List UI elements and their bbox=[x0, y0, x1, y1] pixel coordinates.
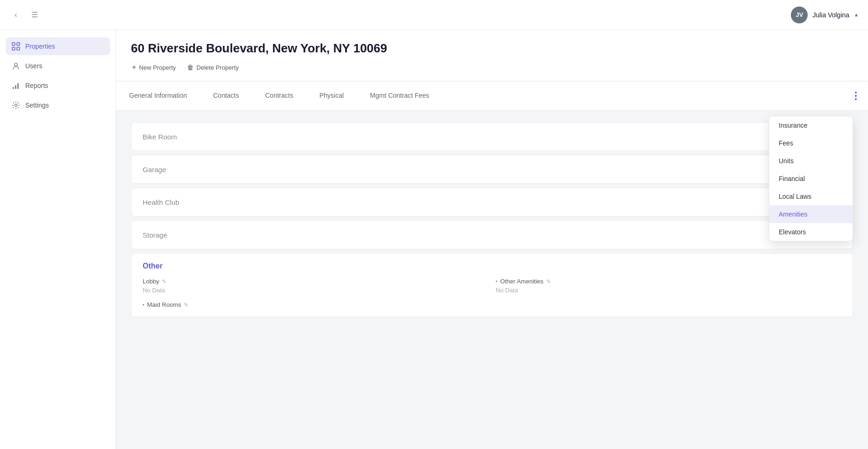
delete-property-button[interactable]: 🗑 Delete Property bbox=[186, 62, 239, 73]
properties-icon bbox=[11, 42, 21, 51]
toggle-row-bike-room: Bike Room bbox=[131, 122, 853, 151]
svg-rect-11 bbox=[17, 83, 19, 89]
bike-room-label: Bike Room bbox=[143, 133, 177, 141]
other-amenities-field-label: • Other Amenities ✎ bbox=[496, 278, 841, 285]
sidebar: Allied Partners Properties Users bbox=[0, 0, 116, 449]
other-amenities-edit-icon[interactable]: ✎ bbox=[546, 278, 551, 285]
svg-rect-5 bbox=[17, 43, 20, 45]
sidebar-navigation: Properties Users Reports bbox=[0, 30, 116, 122]
maid-rooms-field-label: • Maid Rooms ✎ bbox=[143, 301, 488, 308]
lobby-field-label: Lobby ✎ bbox=[143, 278, 488, 285]
other-section: Other Lobby ✎ No Data • Other Amenities bbox=[131, 253, 853, 317]
sidebar-item-reports[interactable]: Reports bbox=[6, 77, 110, 94]
plus-icon: + bbox=[132, 63, 136, 72]
dropdown-item-units[interactable]: Units bbox=[769, 152, 853, 170]
page-header: 60 Riverside Boulevard, New York, NY 100… bbox=[116, 30, 868, 81]
dropdown-item-local-laws[interactable]: Local Laws bbox=[769, 188, 853, 205]
sidebar-item-settings[interactable]: Settings bbox=[6, 96, 110, 114]
required-dot-2: • bbox=[143, 302, 145, 307]
users-label: Users bbox=[25, 62, 43, 70]
tabs-bar: General Information Contacts Contracts P… bbox=[116, 81, 868, 111]
toggle-row-storage: Storage bbox=[131, 220, 853, 249]
page-title: 60 Riverside Boulevard, New York, NY 100… bbox=[131, 41, 853, 56]
garage-label: Garage bbox=[143, 166, 166, 174]
tab-dropdown-menu: Insurance Fees Units Financial Local Law… bbox=[769, 116, 853, 241]
lobby-edit-icon[interactable]: ✎ bbox=[162, 278, 166, 285]
toggle-row-health-club: Health Club bbox=[131, 188, 853, 217]
settings-label: Settings bbox=[25, 101, 49, 109]
lobby-field-value: No Data bbox=[143, 287, 488, 294]
delete-property-label: Delete Property bbox=[196, 64, 239, 71]
svg-rect-4 bbox=[12, 43, 15, 45]
field-other-amenities: • Other Amenities ✎ No Data bbox=[496, 278, 841, 294]
required-dot: • bbox=[496, 279, 498, 284]
tab-general-information[interactable]: General Information bbox=[116, 85, 200, 107]
storage-label: Storage bbox=[143, 231, 167, 239]
reports-icon bbox=[11, 81, 21, 90]
svg-rect-9 bbox=[13, 87, 14, 89]
dropdown-item-amenities[interactable]: Amenities bbox=[769, 205, 853, 223]
users-icon bbox=[11, 61, 21, 71]
field-lobby: Lobby ✎ No Data bbox=[143, 278, 488, 294]
field-maid-rooms: • Maid Rooms ✎ bbox=[143, 301, 488, 308]
main-content: ‹ ☰ JV Julia Volgina ▲ 60 Riverside Boul… bbox=[116, 30, 868, 449]
tab-contacts[interactable]: Contacts bbox=[200, 85, 252, 107]
tab-mgmt-contract-fees[interactable]: Mgmt Contract Fees bbox=[357, 85, 442, 107]
dropdown-item-financial[interactable]: Financial bbox=[769, 170, 853, 188]
tab-more-button[interactable] bbox=[844, 81, 868, 110]
tab-physical[interactable]: Physical bbox=[306, 85, 357, 107]
maid-rooms-edit-icon[interactable]: ✎ bbox=[184, 302, 188, 308]
sidebar-item-properties[interactable]: Properties bbox=[6, 37, 110, 55]
toggle-row-garage: Garage bbox=[131, 155, 853, 184]
svg-rect-7 bbox=[17, 47, 20, 50]
tab-contracts[interactable]: Contracts bbox=[252, 85, 306, 107]
svg-point-8 bbox=[14, 63, 17, 66]
new-property-button[interactable]: + New Property bbox=[131, 61, 177, 73]
other-fields-grid: Lobby ✎ No Data • Other Amenities ✎ No D… bbox=[143, 278, 841, 308]
svg-point-12 bbox=[15, 104, 17, 107]
new-property-label: New Property bbox=[139, 64, 176, 71]
svg-rect-10 bbox=[15, 85, 16, 89]
reports-label: Reports bbox=[25, 82, 48, 89]
content-area: 60 Riverside Boulevard, New York, NY 100… bbox=[116, 30, 868, 449]
properties-label: Properties bbox=[25, 43, 55, 50]
content-body: Bike Room Garage Health Club Storage Oth… bbox=[116, 111, 868, 328]
dropdown-item-elevators[interactable]: Elevators bbox=[769, 223, 853, 241]
other-section-title: Other bbox=[143, 262, 841, 270]
sidebar-item-users[interactable]: Users bbox=[6, 57, 110, 75]
settings-icon bbox=[11, 101, 21, 110]
health-club-label: Health Club bbox=[143, 198, 179, 206]
page-actions: + New Property 🗑 Delete Property bbox=[131, 61, 853, 73]
more-dots-icon[interactable] bbox=[851, 88, 861, 104]
svg-rect-6 bbox=[12, 47, 15, 50]
dropdown-item-fees[interactable]: Fees bbox=[769, 134, 853, 152]
trash-icon: 🗑 bbox=[187, 64, 194, 71]
other-amenities-field-value: No Data bbox=[496, 287, 841, 294]
dropdown-item-insurance[interactable]: Insurance bbox=[769, 116, 853, 134]
